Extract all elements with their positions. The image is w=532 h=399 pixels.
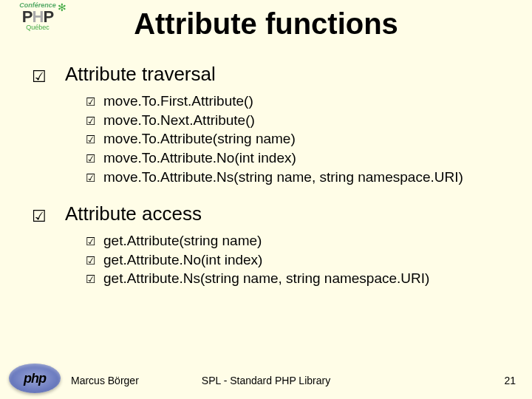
checked-box-icon: ☑ xyxy=(86,171,103,185)
list-item: ☑get.Attribute.No(int index) xyxy=(86,250,522,270)
checked-box-icon: ☑ xyxy=(13,208,65,225)
item-text: move.To.First.Attribute() xyxy=(103,92,253,111)
checked-box-icon: ☑ xyxy=(86,114,103,129)
footer: Marcus Börger SPL - Standard PHP Library… xyxy=(0,369,532,392)
item-text: move.To.Attribute(string name) xyxy=(103,129,296,149)
checked-box-icon: ☑ xyxy=(86,132,103,147)
item-text: get.Attribute(string name) xyxy=(103,231,262,250)
list-item: ☑move.To.First.Attribute() xyxy=(86,92,522,111)
slide-body: ☑ Attribute traversal ☑move.To.First.Att… xyxy=(13,63,522,355)
section-row: ☑ Attribute traversal xyxy=(13,63,522,86)
section-items: ☑get.Attribute(string name) ☑get.Attribu… xyxy=(86,231,522,288)
list-item: ☑move.To.Attribute(string name) xyxy=(86,129,522,149)
section-heading: Attribute access xyxy=(65,202,202,225)
checked-box-icon: ☑ xyxy=(86,95,103,109)
item-text: get.Attribute.Ns(string name, string nam… xyxy=(103,269,429,288)
page-number: 21 xyxy=(504,375,516,386)
list-item: ☑get.Attribute.Ns(string name, string na… xyxy=(86,269,522,288)
list-item: ☑move.To.Attribute.Ns(string name, strin… xyxy=(86,168,522,187)
item-text: move.To.Next.Attribute() xyxy=(103,111,255,130)
checked-box-icon: ☑ xyxy=(86,272,103,287)
item-text: move.To.Attribute.No(int index) xyxy=(103,149,296,168)
section-items: ☑move.To.First.Attribute() ☑move.To.Next… xyxy=(86,92,522,186)
list-item: ☑move.To.Next.Attribute() xyxy=(86,111,522,130)
slide-title: Attribute functions xyxy=(0,7,532,41)
item-text: move.To.Attribute.Ns(string name, string… xyxy=(103,168,463,187)
footer-center: SPL - Standard PHP Library xyxy=(0,375,532,386)
checked-box-icon: ☑ xyxy=(86,253,103,268)
list-item: ☑get.Attribute(string name) xyxy=(86,231,522,250)
checked-box-icon: ☑ xyxy=(86,234,103,249)
section-heading: Attribute traversal xyxy=(65,63,216,86)
item-text: get.Attribute.No(int index) xyxy=(103,250,262,270)
list-item: ☑move.To.Attribute.No(int index) xyxy=(86,149,522,168)
checked-box-icon: ☑ xyxy=(13,69,65,85)
checked-box-icon: ☑ xyxy=(86,151,103,166)
section-row: ☑ Attribute access xyxy=(13,202,522,225)
